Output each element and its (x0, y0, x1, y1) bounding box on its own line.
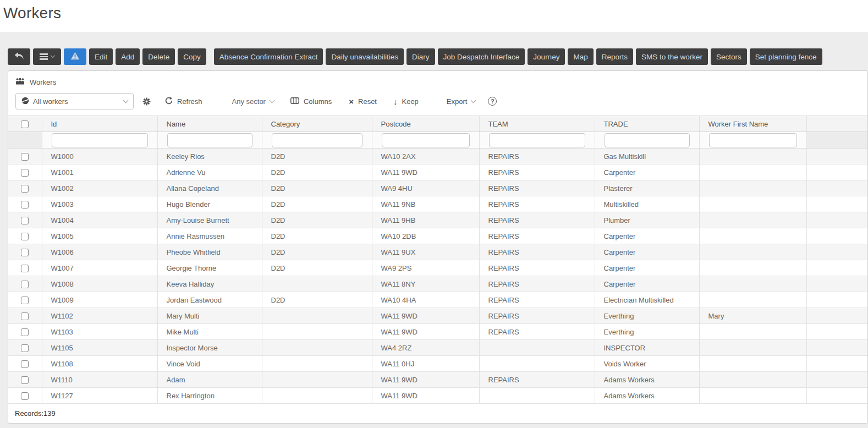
toolbar-button-add[interactable]: Add (116, 48, 140, 65)
cell-name: Annie Rasmussen (157, 228, 262, 244)
people-icon (15, 78, 25, 86)
table-row[interactable]: W1009Jordan EastwoodD2DWA10 4HAREPAIRSEl… (8, 292, 867, 308)
export-dropdown[interactable]: Export (447, 97, 476, 106)
cell-empty (806, 244, 867, 260)
cell-worker-first-name (699, 356, 806, 372)
table-row[interactable]: W1006Pheobe WhitfieldD2DWA11 9UXREPAIRSC… (8, 244, 867, 260)
filter-input-trade[interactable] (605, 133, 690, 147)
column-header-category[interactable]: Category (262, 116, 372, 132)
table-row[interactable]: W1004Amy-Louise BurnettD2DWA11 9HBREPAIR… (8, 212, 867, 228)
keep-button[interactable]: ↓ Keep (393, 97, 419, 106)
row-checkbox[interactable] (21, 153, 29, 161)
row-checkbox[interactable] (21, 297, 29, 304)
cell-name: Allana Copeland (157, 180, 262, 196)
toolbar-button-reports[interactable]: Reports (596, 48, 633, 65)
column-header-id[interactable]: Id (42, 116, 157, 132)
filter-input-category[interactable] (272, 133, 362, 147)
toolbar-button-copy[interactable]: Copy (178, 48, 206, 65)
toolbar-button-delete[interactable]: Delete (142, 48, 175, 65)
filter-input-name[interactable] (167, 133, 252, 147)
cell-id: W1007 (42, 260, 157, 276)
column-header-worker-first-name[interactable]: Worker First Name (699, 116, 806, 132)
toolbar-button-set-planning-fence[interactable]: Set planning fence (750, 48, 822, 65)
help-icon[interactable]: ? (488, 97, 497, 106)
cell-postcode: WA11 9WD (372, 308, 479, 324)
row-checkbox[interactable] (21, 376, 29, 384)
row-checkbox[interactable] (21, 233, 29, 240)
row-checkbox[interactable] (21, 201, 29, 208)
table-row[interactable]: W1102Mary MultiWA11 9WDREPAIRSEverthingM… (8, 308, 867, 324)
row-checkbox[interactable] (21, 344, 29, 352)
toolbar-button-absence-confirmation-extract[interactable]: Absence Confirmation Extract (214, 48, 323, 65)
table-row[interactable]: W1110AdamWA11 9WDREPAIRSAdams Workers (8, 372, 867, 388)
toolbar-button-diary[interactable]: Diary (406, 48, 435, 65)
filter-input-id[interactable] (52, 133, 148, 147)
table-row[interactable]: W1127Rex HarringtonWA11 9WDAdams Workers (8, 388, 867, 404)
table-row[interactable]: W1007Georgie ThorneD2DWA9 2PSREPAIRSCarp… (8, 260, 867, 276)
table-row[interactable]: W1103Mike MultiWA11 9WDREPAIRSEverthing (8, 324, 867, 340)
row-checkbox[interactable] (21, 265, 29, 272)
table-row[interactable]: W1008Keeva HallidayWA11 8NYREPAIRSCarpen… (8, 276, 867, 292)
cell-team: REPAIRS (479, 228, 595, 244)
row-checkbox[interactable] (21, 281, 29, 288)
table-row[interactable]: W1000Keeley RiosD2DWA10 2AXREPAIRSGas Mu… (8, 149, 867, 164)
table-row[interactable]: W1108Vince VoidWA11 0HJVoids Worker (8, 356, 867, 372)
column-header-team[interactable]: TEAM (479, 116, 595, 132)
row-checkbox[interactable] (21, 312, 29, 320)
table-row[interactable]: W1002Allana CopelandD2DWA9 4HUREPAIRSPla… (8, 180, 867, 196)
cell-category: D2D (262, 149, 372, 164)
filter-cell-trade (595, 132, 699, 149)
row-checkbox[interactable] (21, 217, 29, 224)
toolbar-button-map[interactable]: Map (568, 48, 593, 65)
toolbar-button-sms-to-the-worker[interactable]: SMS to the worker (636, 48, 708, 65)
sector-dropdown[interactable]: Any sector (232, 97, 274, 106)
back-button[interactable] (8, 48, 30, 65)
page: Workers EditAddDeleteCopyAbsence Confirm… (0, 0, 868, 428)
cell-category: D2D (262, 196, 372, 212)
toolbar-button-edit[interactable]: Edit (89, 48, 113, 65)
warning-button[interactable] (64, 48, 86, 65)
cell-trade: Carpenter (595, 260, 699, 276)
toolbar-button-job-despatch-interface[interactable]: Job Despatch Interface (438, 48, 525, 65)
toolbar-button-daily-unavailabilities[interactable]: Daily unavailabilities (326, 48, 404, 65)
cell-name: Rex Harrington (157, 388, 262, 404)
reset-button[interactable]: × Reset (349, 97, 377, 106)
columns-button[interactable]: Columns (290, 97, 332, 106)
cell-category (262, 372, 372, 388)
row-checkbox[interactable] (21, 185, 29, 193)
cell-empty (806, 149, 867, 164)
column-header-postcode[interactable]: Postcode (372, 116, 479, 132)
row-checkbox[interactable] (21, 328, 29, 336)
refresh-button[interactable]: Refresh (165, 97, 202, 106)
cell-worker-first-name: Mary (699, 308, 806, 324)
cell-checkbox (8, 180, 42, 196)
toolbar-button-journey[interactable]: Journey (528, 48, 565, 65)
menu-button[interactable] (33, 48, 61, 65)
cell-postcode: WA11 9WD (372, 372, 479, 388)
gear-icon[interactable] (142, 97, 151, 106)
filter-input-worker-first-name[interactable] (709, 133, 797, 147)
table-row[interactable]: W1001Adrienne VuD2DWA11 9WDREPAIRSCarpen… (8, 164, 867, 180)
row-checkbox[interactable] (21, 249, 29, 256)
cell-team: REPAIRS (479, 164, 595, 180)
filter-cell-category (262, 132, 372, 149)
cell-name: Georgie Thorne (157, 260, 262, 276)
view-select[interactable]: All workers (15, 93, 134, 109)
table-row[interactable]: W1105Inspector MorseWA4 2RZINSPECTOR (8, 340, 867, 356)
column-header-name[interactable]: Name (157, 116, 262, 132)
select-all-checkbox[interactable] (21, 120, 29, 128)
cell-trade: Everthing (595, 324, 699, 340)
filter-input-postcode[interactable] (382, 133, 470, 147)
row-checkbox[interactable] (21, 392, 29, 400)
cell-name: Adam (157, 372, 262, 388)
filter-input-team[interactable] (489, 133, 585, 147)
column-header-trade[interactable]: TRADE (595, 116, 699, 132)
records-count: Records:139 (8, 404, 867, 423)
row-checkbox[interactable] (21, 169, 29, 177)
table-row[interactable]: W1005Annie RasmussenD2DWA10 2DBREPAIRSCa… (8, 228, 867, 244)
row-checkbox[interactable] (21, 360, 29, 368)
cell-postcode: WA11 9HB (372, 212, 479, 228)
cell-name: Adrienne Vu (157, 164, 262, 180)
table-row[interactable]: W1003Hugo BlenderD2DWA11 9NBREPAIRSMulti… (8, 196, 867, 212)
toolbar-button-sectors[interactable]: Sectors (711, 48, 747, 65)
